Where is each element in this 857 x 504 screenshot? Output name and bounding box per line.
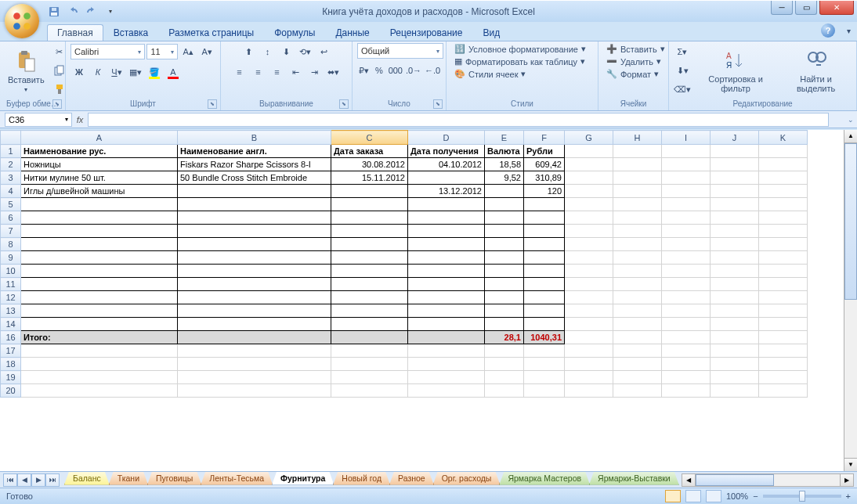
cell-D18[interactable] <box>408 358 485 371</box>
cell-C17[interactable] <box>331 344 408 358</box>
cell-K2[interactable] <box>759 158 808 171</box>
cell-G17[interactable] <box>565 344 613 358</box>
cell-C20[interactable] <box>331 384 408 398</box>
row-header-4[interactable]: 4 <box>1 185 21 198</box>
cell-B17[interactable] <box>178 344 331 358</box>
cell-D17[interactable] <box>408 344 485 358</box>
number-dialog-icon[interactable]: ⬊ <box>433 99 443 109</box>
cell-C18[interactable] <box>331 358 408 371</box>
cell-K17[interactable] <box>759 344 808 358</box>
font-color-icon[interactable]: A <box>165 63 182 81</box>
cell-I14[interactable] <box>662 318 711 331</box>
cell-F1[interactable]: Рубли <box>524 145 565 158</box>
cell-C14[interactable] <box>331 318 408 331</box>
grow-font-icon[interactable]: A▴ <box>179 43 197 60</box>
sheet-tab-7[interactable]: Орг. расходы <box>433 472 501 485</box>
cell-K20[interactable] <box>759 384 808 398</box>
row-header-13[interactable]: 13 <box>1 304 21 318</box>
cell-A11[interactable] <box>21 278 178 291</box>
help-icon[interactable]: ? <box>821 23 835 38</box>
cell-I8[interactable] <box>662 238 711 251</box>
sheet-nav-first-icon[interactable]: ⏮ <box>3 473 17 487</box>
cell-K8[interactable] <box>759 238 808 251</box>
cell-A12[interactable] <box>21 291 178 304</box>
cell-F14[interactable] <box>524 318 565 331</box>
sheet-tab-9[interactable]: Ярмарки-Выставки <box>589 472 679 485</box>
cell-B11[interactable] <box>178 278 331 291</box>
cell-D20[interactable] <box>408 384 485 398</box>
cell-K10[interactable] <box>759 265 808 278</box>
comma-icon[interactable]: 000 <box>388 62 403 79</box>
row-header-14[interactable]: 14 <box>1 318 21 331</box>
row-header-7[interactable]: 7 <box>1 225 21 238</box>
cell-H14[interactable] <box>613 318 662 331</box>
cell-F6[interactable] <box>524 211 565 225</box>
fx-icon[interactable]: fx <box>77 115 84 124</box>
cell-K7[interactable] <box>759 225 808 238</box>
cell-D1[interactable]: Дата получения <box>408 145 485 158</box>
cell-D12[interactable] <box>408 291 485 304</box>
cell-J7[interactable] <box>711 225 759 238</box>
cell-J5[interactable] <box>711 198 759 211</box>
orientation-icon[interactable]: ⟲▾ <box>297 43 314 60</box>
cell-E2[interactable]: 18,58 <box>485 158 524 171</box>
cell-J18[interactable] <box>711 358 759 371</box>
name-box[interactable]: C36▾ <box>5 113 72 127</box>
cell-B5[interactable] <box>178 198 331 211</box>
page-layout-view-icon[interactable] <box>685 490 701 502</box>
tab-formulas[interactable]: Формулы <box>264 24 325 41</box>
clipboard-dialog-icon[interactable]: ⬊ <box>52 99 62 109</box>
cell-C3[interactable]: 15.11.2012 <box>331 171 408 185</box>
cell-A6[interactable] <box>21 211 178 225</box>
cell-G19[interactable] <box>565 371 613 384</box>
cell-E5[interactable] <box>485 198 524 211</box>
tab-home[interactable]: Главная <box>47 24 103 41</box>
col-header-J[interactable]: J <box>711 131 759 145</box>
col-header-F[interactable]: F <box>524 131 565 145</box>
select-all-corner[interactable] <box>1 131 21 145</box>
col-header-D[interactable]: D <box>408 131 485 145</box>
zoom-out-icon[interactable]: − <box>753 491 758 501</box>
formula-input[interactable] <box>88 113 829 127</box>
row-header-5[interactable]: 5 <box>1 198 21 211</box>
sheet-tab-8[interactable]: Ярмарка Мастеров <box>499 472 590 485</box>
cell-C4[interactable] <box>331 185 408 198</box>
cell-C1[interactable]: Дата заказа <box>331 145 408 158</box>
cell-E6[interactable] <box>485 211 524 225</box>
clear-icon[interactable]: ⌫▾ <box>674 81 691 98</box>
cell-E10[interactable] <box>485 265 524 278</box>
cell-E19[interactable] <box>485 371 524 384</box>
cell-B8[interactable] <box>178 238 331 251</box>
cell-H7[interactable] <box>613 225 662 238</box>
cell-D6[interactable] <box>408 211 485 225</box>
cell-A18[interactable] <box>21 358 178 371</box>
cell-D2[interactable]: 04.10.2012 <box>408 158 485 171</box>
cell-H16[interactable] <box>613 331 662 344</box>
sheet-tab-3[interactable]: Ленты-Тесьма <box>201 472 273 485</box>
cell-H1[interactable] <box>613 145 662 158</box>
cell-B16[interactable] <box>178 331 331 344</box>
cell-J16[interactable] <box>711 331 759 344</box>
sheet-tab-1[interactable]: Ткани <box>109 472 148 485</box>
cell-C6[interactable] <box>331 211 408 225</box>
cell-C9[interactable] <box>331 251 408 265</box>
cell-K14[interactable] <box>759 318 808 331</box>
cell-K16[interactable] <box>759 331 808 344</box>
cell-E7[interactable] <box>485 225 524 238</box>
cell-B20[interactable] <box>178 384 331 398</box>
cell-G7[interactable] <box>565 225 613 238</box>
cell-B1[interactable]: Наименование англ. <box>178 145 331 158</box>
cell-J20[interactable] <box>711 384 759 398</box>
cell-H19[interactable] <box>613 371 662 384</box>
cell-G6[interactable] <box>565 211 613 225</box>
zoom-slider[interactable] <box>763 495 841 498</box>
cell-G11[interactable] <box>565 278 613 291</box>
cell-J9[interactable] <box>711 251 759 265</box>
cell-E11[interactable] <box>485 278 524 291</box>
cell-E16[interactable]: 28,1 <box>485 331 524 344</box>
zoom-level[interactable]: 100% <box>726 491 748 501</box>
cell-F2[interactable]: 609,42 <box>524 158 565 171</box>
align-bottom-icon[interactable]: ⬇ <box>278 43 295 60</box>
horizontal-scrollbar[interactable]: ◀ ▶ <box>682 473 854 487</box>
fill-icon[interactable]: ⬇▾ <box>674 62 691 79</box>
